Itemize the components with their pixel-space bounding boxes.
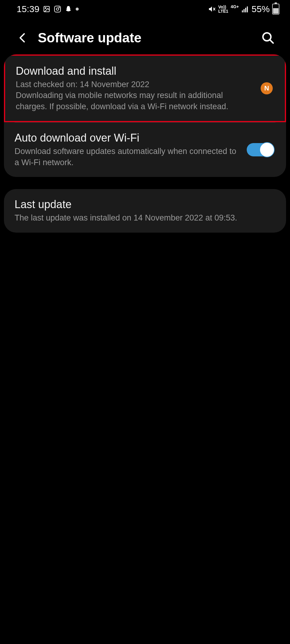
settings-card-2: Last update The last update was installe… [4, 189, 286, 232]
status-time: 15:39 [17, 4, 39, 14]
last-update-row[interactable]: Last update The last update was installe… [4, 189, 286, 232]
update-badge: N [261, 82, 273, 94]
more-dot-icon [76, 8, 79, 11]
page-title: Software update [38, 30, 252, 45]
svg-rect-6 [244, 9, 245, 12]
data-arrows-icon [231, 9, 239, 14]
svg-rect-8 [247, 6, 248, 12]
auto-download-text: Auto download over Wi-Fi Download softwa… [15, 132, 241, 168]
back-icon[interactable] [17, 32, 29, 44]
svg-point-4 [59, 7, 60, 8]
settings-card-1: Download and install Last checked on: 14… [4, 54, 286, 177]
data-indicator: 4G+ [231, 5, 239, 14]
last-update-text: Last update The last update was installe… [15, 198, 274, 223]
svg-point-3 [56, 8, 59, 10]
svg-point-1 [45, 8, 46, 8]
last-update-title: Last update [15, 198, 274, 211]
auto-download-desc: Download software updates automatically … [15, 146, 241, 168]
download-install-desc: Last checked on: 14 November 2022 Downlo… [16, 79, 255, 112]
svg-rect-2 [54, 6, 61, 12]
last-update-desc: The last update was installed on 14 Nove… [15, 212, 274, 223]
status-left: 15:39 [17, 4, 79, 14]
download-install-text: Download and install Last checked on: 14… [16, 65, 255, 112]
status-bar: 15:39 Vo)) LTE1 4G+ 55% [0, 0, 290, 18]
battery-icon [272, 4, 279, 15]
auto-download-row[interactable]: Auto download over Wi-Fi Download softwa… [4, 123, 286, 177]
signal-icon [241, 5, 249, 13]
auto-download-toggle[interactable] [247, 143, 274, 156]
svg-rect-5 [242, 10, 243, 12]
toggle-knob [259, 142, 275, 157]
gallery-icon [43, 5, 50, 13]
download-install-title: Download and install [16, 65, 255, 77]
instagram-icon [54, 5, 61, 13]
header: Software update [0, 18, 290, 54]
battery-percent: 55% [252, 4, 270, 14]
auto-download-title: Auto download over Wi-Fi [15, 132, 241, 144]
download-install-row[interactable]: Download and install Last checked on: 14… [4, 54, 286, 122]
status-right: Vo)) LTE1 4G+ 55% [208, 4, 279, 15]
snapchat-icon [65, 5, 72, 13]
search-icon[interactable] [261, 31, 275, 45]
mute-icon [208, 5, 216, 13]
svg-rect-7 [245, 8, 246, 12]
volte-indicator: Vo)) LTE1 [218, 5, 228, 13]
